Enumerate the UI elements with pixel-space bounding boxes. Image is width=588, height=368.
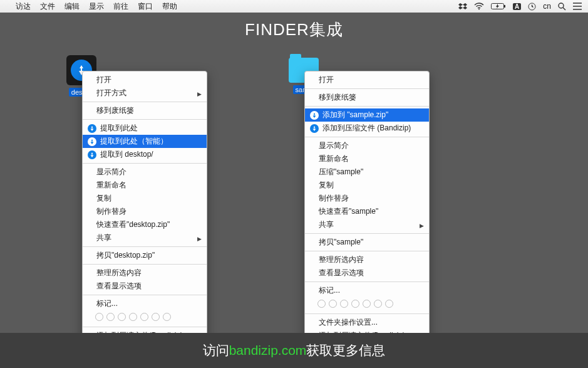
menubar-item[interactable]: 显示 bbox=[89, 1, 104, 12]
menubar-item[interactable]: 帮助 bbox=[162, 1, 177, 12]
bandizip-icon bbox=[88, 150, 96, 159]
ctx-item[interactable]: 整理所选内容 bbox=[305, 253, 429, 266]
separator bbox=[83, 295, 207, 295]
menubar-item[interactable]: 窗口 bbox=[138, 1, 153, 12]
menubar-item[interactable]: 访达 bbox=[16, 1, 31, 12]
menubar-left: 访达 文件 编辑 显示 前往 窗口 帮助 bbox=[6, 1, 177, 12]
ime-indicator[interactable]: A bbox=[513, 3, 521, 10]
separator bbox=[83, 119, 207, 120]
bandizip-icon bbox=[88, 124, 96, 133]
ctx-item-trash[interactable]: 移到废纸篓 bbox=[305, 91, 429, 104]
separator bbox=[305, 88, 429, 89]
ctx-item[interactable]: 快速查看"desktop.zip" bbox=[83, 218, 207, 231]
separator bbox=[83, 264, 207, 265]
tag-dot[interactable] bbox=[140, 313, 148, 321]
ctx-item-copy[interactable]: 拷贝"sample" bbox=[305, 236, 429, 249]
tag-dot[interactable] bbox=[363, 300, 371, 308]
ctx-item-bandizip-extract-to[interactable]: 提取到 desktop/ bbox=[83, 148, 207, 161]
tag-dot[interactable] bbox=[106, 313, 115, 321]
footer-text-pre: 访问 bbox=[203, 342, 229, 359]
ctx-item-copy[interactable]: 拷贝"desktop.zip" bbox=[83, 249, 207, 262]
ime-lang[interactable]: cn bbox=[543, 2, 551, 11]
separator bbox=[305, 251, 429, 251]
separator bbox=[305, 281, 429, 282]
ctx-item-bandizip-extract-here[interactable]: 提取到此处 bbox=[83, 122, 207, 135]
ctx-item[interactable]: 制作替身 bbox=[305, 192, 429, 205]
footer-link[interactable]: bandizip.com bbox=[229, 343, 307, 358]
ctx-item[interactable]: 制作替身 bbox=[83, 205, 207, 218]
context-menu-left: 打开 打开方式 移到废纸篓 提取到此处 提取到此处（智能） 提取到 deskto… bbox=[82, 71, 207, 368]
ctx-item[interactable]: 压缩"sample" bbox=[305, 166, 429, 179]
ctx-item[interactable]: 重新命名 bbox=[305, 152, 429, 166]
tag-dot[interactable] bbox=[95, 313, 103, 321]
tag-dot[interactable] bbox=[385, 300, 393, 308]
ctx-item-tags-label: 标记... bbox=[305, 284, 429, 297]
wifi-icon[interactable] bbox=[474, 3, 484, 10]
ctx-item-bandizip-extract-smart[interactable]: 提取到此处（智能） bbox=[83, 135, 207, 148]
ctx-item[interactable]: 显示简介 bbox=[305, 139, 429, 152]
ctx-item-open[interactable]: 打开 bbox=[83, 73, 207, 87]
ctx-tag-row[interactable] bbox=[83, 310, 207, 325]
separator bbox=[83, 327, 207, 327]
battery-icon[interactable] bbox=[491, 3, 506, 10]
tag-dot[interactable] bbox=[351, 300, 359, 308]
context-menu-right: 打开 移到废纸篓 添加到 "sample.zip" 添加到压缩文件 (Bandi… bbox=[304, 71, 430, 368]
ctx-item-open[interactable]: 打开 bbox=[305, 73, 429, 87]
svg-point-0 bbox=[478, 9, 480, 10]
search-icon[interactable] bbox=[558, 3, 566, 11]
clock-icon[interactable] bbox=[528, 3, 536, 11]
ctx-item-tags-label: 标记... bbox=[83, 297, 207, 310]
footer-banner: 访问bandizip.com获取更多信息 bbox=[0, 333, 588, 368]
svg-point-4 bbox=[559, 3, 564, 8]
tag-dot[interactable] bbox=[329, 300, 337, 308]
ctx-item[interactable]: 复制 bbox=[83, 192, 207, 205]
tag-dot[interactable] bbox=[118, 313, 126, 321]
separator bbox=[83, 163, 207, 164]
tag-dot[interactable] bbox=[374, 300, 382, 308]
bandizip-icon bbox=[310, 111, 319, 120]
macos-menubar: 访达 文件 编辑 显示 前往 窗口 帮助 A cn bbox=[0, 0, 588, 13]
ctx-item-share[interactable]: 共享 bbox=[305, 218, 429, 231]
ctx-item-share[interactable]: 共享 bbox=[83, 231, 207, 244]
ctx-item[interactable]: 快速查看"sample" bbox=[305, 205, 429, 218]
separator bbox=[305, 233, 429, 234]
svg-rect-2 bbox=[504, 5, 505, 8]
page-title: FINDER集成 bbox=[0, 19, 588, 41]
separator bbox=[305, 313, 429, 314]
ctx-item-trash[interactable]: 移到废纸篓 bbox=[83, 104, 207, 117]
ctx-item[interactable]: 查看显示选项 bbox=[305, 266, 429, 280]
tag-dot[interactable] bbox=[340, 300, 348, 308]
ctx-item-folder-actions[interactable]: 文件夹操作设置... bbox=[305, 316, 429, 329]
menubar-item[interactable]: 文件 bbox=[40, 1, 55, 12]
menu-icon[interactable] bbox=[573, 3, 582, 10]
ctx-item[interactable]: 查看显示选项 bbox=[83, 280, 207, 293]
ctx-item-open-with[interactable]: 打开方式 bbox=[83, 87, 207, 100]
ctx-item[interactable]: 整理所选内容 bbox=[83, 266, 207, 280]
bandizip-icon bbox=[310, 124, 319, 133]
menubar-item[interactable]: 前往 bbox=[113, 1, 128, 12]
menubar-item[interactable]: 编辑 bbox=[64, 1, 80, 12]
dropbox-icon[interactable] bbox=[458, 2, 467, 11]
ctx-item-bandizip-add-to-zip[interactable]: 添加到 "sample.zip" bbox=[305, 108, 429, 122]
bandizip-icon bbox=[88, 137, 96, 146]
tag-dot[interactable] bbox=[317, 300, 326, 308]
separator bbox=[83, 246, 207, 247]
separator bbox=[305, 106, 429, 107]
tag-dot[interactable] bbox=[152, 313, 160, 321]
footer-text-post: 获取更多信息 bbox=[306, 342, 385, 359]
ctx-tag-row[interactable] bbox=[305, 297, 429, 312]
separator bbox=[83, 102, 207, 102]
tag-dot[interactable] bbox=[129, 313, 137, 321]
menubar-right: A cn bbox=[458, 2, 582, 11]
ctx-item-bandizip-add-to-archive[interactable]: 添加到压缩文件 (Bandizip) bbox=[305, 122, 429, 135]
separator bbox=[305, 137, 429, 137]
ctx-item[interactable]: 显示简介 bbox=[83, 166, 207, 179]
ctx-item[interactable]: 复制 bbox=[305, 179, 429, 192]
ctx-item[interactable]: 重新命名 bbox=[83, 179, 207, 192]
tag-dot[interactable] bbox=[163, 313, 171, 321]
